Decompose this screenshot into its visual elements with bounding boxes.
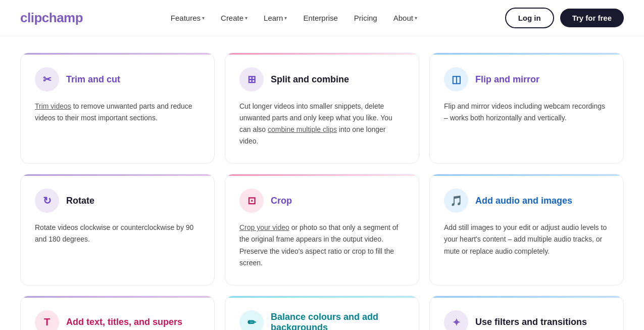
card-filters-transitions: ✦Use filters and transitionsFilters give… [429, 296, 624, 330]
trim-cut-link[interactable]: Trim videos [35, 102, 71, 110]
split-combine-body: Cut longer videos into smaller snippets,… [239, 101, 405, 147]
navbar: clipchamp Features ▾ Create ▾ Learn ▾ En… [0, 0, 644, 36]
crop-icon: ⊡ [239, 188, 264, 213]
nav-pricing[interactable]: Pricing [348, 11, 383, 25]
crop-body: Crop your video or photo so that only a … [239, 222, 405, 268]
rotate-icon: ↻ [35, 188, 59, 213]
card-split-combine: ⊞Split and combineCut longer videos into… [225, 53, 419, 164]
filters-transitions-title: Use filters and transitions [475, 317, 587, 327]
filters-transitions-icon: ✦ [444, 310, 468, 330]
chevron-down-icon: ▾ [284, 15, 287, 21]
try-for-free-button[interactable]: Try for free [560, 9, 624, 27]
split-combine-title: Split and combine [271, 74, 349, 85]
add-audio-images-body: Add still images to your edit or adjust … [444, 222, 609, 257]
rotate-title: Rotate [66, 196, 94, 206]
chevron-down-icon: ▾ [415, 15, 417, 21]
add-audio-images-title: Add audio and images [475, 196, 572, 206]
flip-mirror-title: Flip and mirror [475, 74, 539, 85]
card-header-trim-cut: ✂Trim and cut [35, 67, 200, 91]
split-combine-link[interactable]: combine multiple clips [268, 125, 337, 133]
card-flip-mirror: ◫Flip and mirrorFlip and mirror videos i… [429, 53, 624, 164]
card-rotate: ↻RotateRotate videos clockwise or counte… [20, 174, 215, 285]
nav-enterprise[interactable]: Enterprise [297, 11, 343, 25]
nav-links: Features ▾ Create ▾ Learn ▾ Enterprise P… [165, 11, 423, 25]
card-header-balance-colours: ✏Balance colours and add backgrounds [239, 310, 405, 330]
add-audio-images-icon: 🎵 [444, 188, 468, 213]
card-add-text: TAdd text, titles, and supersAdd in text… [20, 296, 215, 330]
nav-actions: Log in Try for free [505, 8, 624, 28]
crop-title: Crop [271, 196, 292, 206]
card-header-flip-mirror: ◫Flip and mirror [444, 67, 609, 91]
rotate-body: Rotate videos clockwise or counterclockw… [35, 222, 200, 245]
login-button[interactable]: Log in [505, 8, 554, 28]
card-header-filters-transitions: ✦Use filters and transitions [444, 310, 609, 330]
card-balance-colours: ✏Balance colours and add backgroundsAdju… [225, 296, 419, 330]
features-grid: ✂Trim and cutTrim videos to remove unwan… [20, 53, 624, 330]
card-crop: ⊡CropCrop your video or photo so that on… [225, 174, 419, 285]
card-trim-cut: ✂Trim and cutTrim videos to remove unwan… [20, 53, 215, 164]
add-text-title: Add text, titles, and supers [66, 317, 182, 327]
card-header-rotate: ↻Rotate [35, 188, 200, 213]
card-header-split-combine: ⊞Split and combine [239, 67, 405, 91]
card-add-audio-images: 🎵Add audio and imagesAdd still images to… [429, 174, 624, 285]
logo[interactable]: clipchamp [20, 10, 83, 26]
trim-cut-body: Trim videos to remove unwanted parts and… [35, 101, 200, 124]
trim-cut-title: Trim and cut [66, 74, 120, 85]
nav-learn[interactable]: Learn ▾ [258, 11, 293, 25]
nav-features[interactable]: Features ▾ [165, 11, 211, 25]
card-header-add-text: TAdd text, titles, and supers [35, 310, 200, 330]
nav-about[interactable]: About ▾ [387, 11, 423, 25]
chevron-down-icon: ▾ [202, 15, 205, 21]
balance-colours-icon: ✏ [239, 310, 264, 330]
crop-link[interactable]: Crop your video [239, 223, 289, 231]
main-content: ✂Trim and cutTrim videos to remove unwan… [0, 36, 644, 330]
chevron-down-icon: ▾ [245, 15, 247, 21]
balance-colours-title: Balance colours and add backgrounds [271, 312, 405, 330]
flip-mirror-icon: ◫ [444, 67, 468, 91]
logo-text: clipchamp [20, 10, 83, 26]
split-combine-icon: ⊞ [239, 67, 264, 91]
flip-mirror-body: Flip and mirror videos including webcam … [444, 101, 609, 124]
nav-create[interactable]: Create ▾ [215, 11, 254, 25]
trim-cut-icon: ✂ [35, 67, 59, 91]
add-text-icon: T [35, 310, 59, 330]
card-header-crop: ⊡Crop [239, 188, 405, 213]
card-header-add-audio-images: 🎵Add audio and images [444, 188, 609, 213]
